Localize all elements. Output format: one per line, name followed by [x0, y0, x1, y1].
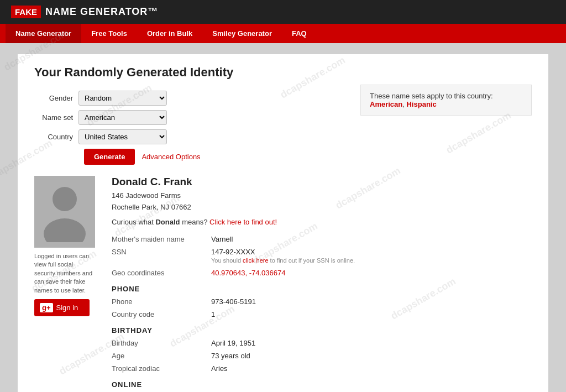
country-label: Country: [34, 133, 78, 141]
table-row: Age 73 years old: [112, 349, 532, 362]
identity-name: Donald C. Frank: [112, 176, 532, 188]
namesets-links: American, Hispanic: [370, 100, 437, 108]
birthday-value: April 19, 1951: [211, 337, 532, 349]
country-code-value: 1: [211, 308, 532, 321]
zodiac-value: Aries: [211, 362, 532, 375]
name-meaning: Curious what Donald means? Click here to…: [112, 218, 532, 226]
identity-col: Donald C. Frank 146 Jadewood Farms Roche…: [112, 176, 532, 391]
country-row: Country United States: [34, 129, 532, 144]
geo-value[interactable]: 40.970643, -74.036674: [211, 269, 285, 277]
ssn-value: 147-92-XXXX: [211, 248, 255, 256]
table-row: Birthday April 19, 1951: [112, 337, 532, 349]
namesets-box: These name sets apply to this country: A…: [360, 85, 532, 116]
nav: Name Generator Free Tools Order in Bulk …: [0, 24, 566, 43]
phone-label: Phone: [112, 295, 211, 308]
phone-table: Phone 973-406-5191 Country code 1: [112, 295, 532, 321]
nav-order-bulk[interactable]: Order in Bulk: [137, 24, 202, 43]
avatar-col: Logged in users can view full social sec…: [34, 176, 101, 391]
country-select[interactable]: United States: [78, 129, 167, 144]
avatar: [34, 176, 95, 248]
phone-section-header: PHONE: [112, 279, 532, 295]
table-row: SSN 147-92-XXXX You should click here to…: [112, 245, 532, 266]
nameset-label: Name set: [34, 113, 78, 122]
nameset-american-link[interactable]: American: [370, 100, 402, 108]
country-code-label: Country code: [112, 308, 211, 321]
page-title: Your Randomly Generated Identity: [34, 65, 532, 80]
birthday-label: Birthday: [112, 337, 211, 349]
table-row: Phone 973-406-5191: [112, 295, 532, 308]
nav-name-generator[interactable]: Name Generator: [6, 24, 81, 43]
birthday-section-header: BIRTHDAY: [112, 321, 532, 337]
phone-value: 973-406-5191: [211, 295, 532, 308]
gender-label: Gender: [34, 94, 78, 102]
header: FAKE NAME GENERATOR™: [0, 0, 566, 24]
nav-smiley[interactable]: Smiley Generator: [202, 24, 282, 43]
avatar-svg: [40, 181, 90, 242]
meaning-link[interactable]: Click here to find out!: [209, 218, 277, 226]
age-label: Age: [112, 349, 211, 362]
main-content: Your Randomly Generated Identity These n…: [18, 54, 548, 392]
site-title: NAME GENERATOR™: [45, 6, 158, 18]
nameset-hispanic-link[interactable]: Hispanic: [406, 100, 436, 108]
table-row: Mother's maiden name Varnell: [112, 233, 532, 245]
svg-point-0: [53, 187, 77, 211]
generate-button[interactable]: Generate: [84, 149, 135, 165]
identity-address: 146 Jadewood Farms Rochelle Park, NJ 076…: [112, 190, 532, 213]
fake-badge: FAKE: [11, 6, 41, 18]
meaning-suffix: means?: [180, 218, 209, 226]
namesets-text: These name sets apply to this country:: [370, 92, 493, 100]
ssn-label: SSN: [112, 245, 211, 266]
birthday-table: Birthday April 19, 1951 Age 73 years old…: [112, 337, 532, 375]
login-note: Logged in users can view full social sec…: [34, 252, 95, 295]
ssn-note-text: You should: [211, 257, 243, 264]
identity-section: Logged in users can view full social sec…: [34, 176, 532, 391]
gplus-icon: g+: [40, 303, 53, 312]
signin-label: Sign in: [56, 304, 78, 312]
ssn-note: You should click here to find out if you…: [211, 257, 355, 264]
table-row: Geo coordinates 40.970643, -74.036674: [112, 266, 532, 279]
info-table: Mother's maiden name Varnell SSN 147-92-…: [112, 233, 532, 279]
online-section-header: ONLINE: [112, 375, 532, 391]
advanced-options-link[interactable]: Advanced Options: [142, 153, 200, 161]
gender-select[interactable]: Random Male Female: [78, 91, 167, 106]
ssn-click-link[interactable]: click here: [243, 257, 268, 264]
address-line2: Rochelle Park, NJ 07662: [112, 203, 191, 211]
generate-row: Generate Advanced Options: [34, 149, 532, 165]
meaning-prefix: Curious what: [112, 218, 155, 226]
table-row: Tropical zodiac Aries: [112, 362, 532, 375]
nav-faq[interactable]: FAQ: [282, 24, 317, 43]
ssn-col: 147-92-XXXX You should click here to fin…: [211, 245, 532, 266]
maiden-label: Mother's maiden name: [112, 233, 211, 245]
geo-label: Geo coordinates: [112, 266, 211, 279]
age-value: 73 years old: [211, 349, 532, 362]
table-row: Country code 1: [112, 308, 532, 321]
zodiac-label: Tropical zodiac: [112, 362, 211, 375]
meaning-name: Donald: [155, 218, 180, 226]
maiden-value: Varnell: [211, 233, 532, 245]
svg-point-1: [44, 218, 86, 242]
nav-free-tools[interactable]: Free Tools: [81, 24, 137, 43]
ssn-note-suffix: to find out if your SSN is online.: [269, 257, 355, 264]
signin-button[interactable]: g+ Sign in: [34, 299, 90, 316]
address-line1: 146 Jadewood Farms: [112, 191, 181, 200]
nameset-select[interactable]: American Hispanic: [78, 110, 167, 125]
